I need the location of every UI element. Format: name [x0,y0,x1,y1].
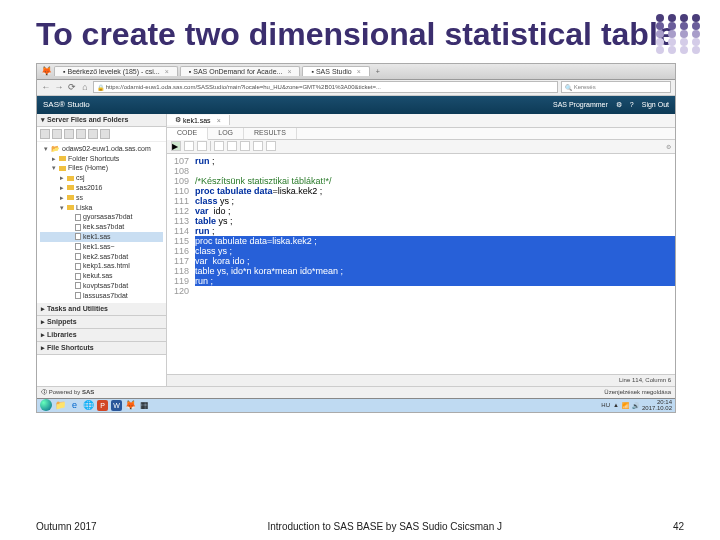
tree-item[interactable]: kek.sas7bdat [40,222,163,232]
appbar-item[interactable]: ? [630,101,634,108]
tree-item[interactable]: ▾Liska [40,203,163,213]
forward-button[interactable]: → [54,82,64,92]
code-line[interactable]: 119run ; [167,276,675,286]
code-line[interactable]: 117var kora ido ; [167,256,675,266]
volume-icon[interactable]: 🔊 [632,402,639,409]
tree-item[interactable]: kek1.sas [40,232,163,242]
file-tree: ▾📂odaws02-euw1.oda.sas.com ▸Folder Short… [37,142,166,303]
tree-item[interactable]: ▾Files (Home) [40,163,163,173]
code-line[interactable]: 111class ys ; [167,196,675,206]
editor-tab[interactable]: ⚙kek1.sas× [167,115,230,125]
tool-icon[interactable] [64,129,74,139]
code-line[interactable]: 114run ; [167,226,675,236]
network-icon[interactable]: 📶 [622,402,629,409]
firefox-icon[interactable]: 🦊 [125,400,136,411]
chrome-icon[interactable]: 🌐 [83,400,94,411]
editor-statusbar: Line 114, Column 6 [167,374,675,386]
code-line[interactable]: 112var ido ; [167,206,675,216]
code-line[interactable]: 110proc tabulate data=liska.kek2 ; [167,186,675,196]
tool-icon[interactable] [100,129,110,139]
tool-icon[interactable] [253,141,263,151]
tree-item[interactable]: ▸sas2016 [40,183,163,193]
editor-subtab[interactable]: RESULTS [244,128,297,139]
firefox-icon: 🦊 [41,66,51,76]
tool-icon[interactable] [52,129,62,139]
ie-icon[interactable]: e [69,400,80,411]
appbar-item[interactable]: Sign Out [642,101,669,108]
reload-button[interactable]: ⟳ [67,82,77,92]
sidebar-section[interactable]: ▸Tasks and Utilities [37,303,166,316]
app-title: SAS® Studio [43,100,90,109]
browser-tab[interactable]: ▪SAS Studio× [302,66,369,76]
back-button[interactable]: ← [41,82,51,92]
tool-icon[interactable] [214,141,224,151]
code-line[interactable]: 116class ys ; [167,246,675,256]
tree-item[interactable]: kek1.sas~ [40,242,163,252]
explorer-icon[interactable]: 📁 [55,400,66,411]
sidebar-section[interactable]: ▸Libraries [37,329,166,342]
tool-icon[interactable] [184,141,194,151]
start-button[interactable] [40,399,52,411]
tray-icon[interactable]: ▲ [613,402,619,408]
search-box[interactable]: 🔍 Keresés [561,81,671,93]
cursor-position: Line 114, Column 6 [619,377,671,383]
tool-icon[interactable] [40,129,50,139]
code-line[interactable]: 118table ys, ido*n kora*mean ido*mean ; [167,266,675,276]
tree-item[interactable]: ▸csj [40,173,163,183]
browser-tabstrip: 🦊 ▪Beérkező levelek (185) - csi...×▪SAS … [37,64,675,80]
browser-tab[interactable]: ▪Beérkező levelek (185) - csi...× [54,66,178,76]
tree-item[interactable]: gyorsasas7bdat [40,212,163,222]
run-button[interactable]: ▶ [171,141,181,151]
code-line[interactable]: 108 [167,166,675,176]
new-tab-button[interactable]: + [373,68,383,75]
editor-panel: ⚙kek1.sas× CODELOGRESULTS ▶ ⚙ 107run ; [167,114,675,386]
user-label: Üzenjelzések megoldása [604,389,671,395]
home-button[interactable]: ⌂ [80,82,90,92]
address-bar[interactable]: 🔒 https://odamid-euw1.oda.sas.com/SASStu… [93,81,558,93]
sidebar-section[interactable]: ▸Snippets [37,316,166,329]
code-line[interactable]: 109/*Készítsünk statisztikai táblákat!*/ [167,176,675,186]
sidebar-header[interactable]: ▾Server Files and Folders [37,114,166,127]
editor-tabs: ⚙kek1.sas× [167,114,675,128]
appbar-item[interactable]: ⚙ [616,101,622,109]
ppt-icon[interactable]: P [97,400,108,411]
tool-icon[interactable] [266,141,276,151]
tree-item[interactable]: kek2.sas7bdat [40,252,163,262]
code-line[interactable]: 115proc tabulate data=liska.kek2 ; [167,236,675,246]
code-line[interactable]: 113table ys ; [167,216,675,226]
editor-subtabs: CODELOGRESULTS [167,128,675,140]
slide-footer: Outumn 2017 Introduction to SAS BASE by … [36,521,684,532]
tree-item[interactable]: ▸ss [40,193,163,203]
app-icon[interactable]: ▦ [139,400,150,411]
footer-left: Outumn 2017 [36,521,97,532]
slide-decoration-dots [656,14,700,54]
sas-studio-header: SAS® Studio SAS Programmer⚙?Sign Out [37,96,675,114]
editor-subtab[interactable]: CODE [167,128,208,140]
clock[interactable]: 20:142017.10.02 [642,399,672,411]
tree-item[interactable]: kekp1.sas.html [40,261,163,271]
word-icon[interactable]: W [111,400,122,411]
code-line[interactable]: 120 [167,286,675,296]
tree-item[interactable]: kovptsas7bdat [40,281,163,291]
code-editor[interactable]: 107run ;108109/*Készítsünk statisztikai … [167,154,675,374]
tree-root[interactable]: ▾📂odaws02-euw1.oda.sas.com [40,144,163,154]
tool-icon[interactable] [88,129,98,139]
tree-item[interactable]: lassusas7bdat [40,291,163,301]
tree-item[interactable]: ▸Folder Shortcuts [40,154,163,164]
lang-indicator[interactable]: HU [601,402,610,408]
sidebar-section[interactable]: ▸File Shortcuts [37,342,166,355]
address-bar-row: ← → ⟳ ⌂ 🔒 https://odamid-euw1.oda.sas.co… [37,80,675,96]
editor-subtab[interactable]: LOG [208,128,244,139]
appbar-item[interactable]: SAS Programmer [553,101,608,108]
tool-icon[interactable] [227,141,237,151]
tool-icon[interactable] [76,129,86,139]
footer-mid: Introduction to SAS BASE by SAS Sudio Cs… [97,521,673,532]
browser-tab[interactable]: ▪SAS OnDemand for Acade...× [180,66,301,76]
editor-toolbar: ▶ ⚙ [167,140,675,154]
editor-options[interactable]: ⚙ [666,143,671,150]
tree-item[interactable]: kekut.sas [40,271,163,281]
tool-icon[interactable] [197,141,207,151]
sidebar-toolbar [37,127,166,142]
tool-icon[interactable] [240,141,250,151]
code-line[interactable]: 107run ; [167,156,675,166]
